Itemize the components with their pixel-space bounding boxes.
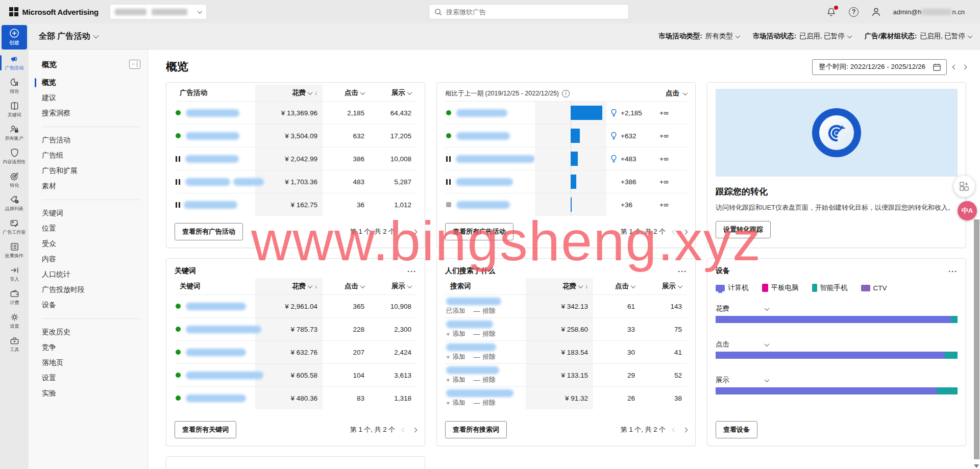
sidebar-item-locations[interactable]: 位置 [29,221,148,236]
column-header-impressions[interactable]: 展示 [640,278,687,294]
table-row[interactable]: +添加 —排除 ¥ 258.60 33 75 [445,317,687,340]
search-input[interactable] [446,8,623,16]
redacted-campaign-name[interactable] [186,132,239,140]
compare-metric-dropdown[interactable]: 点击 [666,89,687,98]
table-row[interactable]: ¥ 13,369.96 2,185 64,432 [175,101,416,124]
add-action[interactable]: +添加 [446,376,465,384]
sidebar-item-assets[interactable]: 素材 [29,179,148,194]
sidebar-item-experiments[interactable]: 实验 [29,386,148,401]
setup-conversion-tracking-button[interactable]: 设置转化跟踪 [716,221,771,238]
campaign-scope-dropdown[interactable]: 全部 广告活动 [39,31,98,42]
chevron-down-icon[interactable] [765,341,770,347]
table-row[interactable]: +添加 —排除 ¥ 133.15 29 52 [445,363,687,386]
column-header-impressions[interactable]: 展示 [370,278,416,294]
column-header-spend[interactable]: 花费↓ [526,278,593,294]
nav-keywords[interactable]: 关键词 [0,98,29,121]
sidebar-item-competition[interactable]: 竞争 [29,340,148,355]
previous-period-button[interactable] [952,64,958,69]
exclude-action[interactable]: —排除 [474,330,496,338]
column-header-search-term[interactable]: 搜索词 [445,278,526,294]
insight-bulb-icon[interactable] [606,132,621,140]
nav-billing[interactable]: 计费 [0,286,29,309]
more-options-icon[interactable]: ··· [407,267,416,276]
account-email[interactable]: admin@hn.cn [893,8,965,16]
next-period-button[interactable] [962,64,967,69]
paging-next-icon[interactable] [683,229,688,234]
extension-widget-button[interactable] [953,176,975,197]
collapse-panel-icon[interactable] [129,60,140,69]
add-action[interactable]: +添加 [446,353,465,361]
view-devices-button[interactable]: 查看设备 [716,421,757,438]
sidebar-item-ad-groups[interactable]: 广告组 [29,148,148,163]
column-header-clicks[interactable]: 点击 [323,85,370,101]
insight-bulb-icon[interactable] [606,155,621,163]
redacted-campaign-name[interactable] [456,201,510,209]
sidebar-item-devices[interactable]: 设备 [29,298,148,313]
redacted-campaign-name[interactable] [186,109,239,117]
create-button[interactable]: 创建 [2,25,27,50]
table-row[interactable]: +添加 —排除 ¥ 91.32 26 38 [445,386,687,409]
paging-next-icon[interactable] [412,229,418,234]
column-header-spend[interactable]: 花费↓ [255,85,323,101]
column-header-spend[interactable]: 花费↓ [255,278,323,294]
paging-next-icon[interactable] [412,427,418,432]
column-header-campaign[interactable]: 广告活动 [175,85,255,101]
redacted-campaign-name[interactable] [233,178,264,186]
exclude-action[interactable]: —排除 [474,307,496,315]
scrollbar-thumb[interactable] [974,219,979,459]
info-icon[interactable]: i [562,90,570,97]
compare-row[interactable]: +36 +∞ [445,193,687,216]
global-search[interactable] [429,4,629,19]
compare-row[interactable]: +483 +∞ [445,147,687,170]
scrollbar-down-arrow[interactable] [974,464,979,468]
table-row[interactable]: ¥ 2,042.99 386 10,008 [175,147,416,170]
nav-conversions[interactable]: 转化 [0,168,29,192]
date-range-picker[interactable]: 整个时间: 2022/12/26 - 2025/12/26 [812,59,947,75]
redacted-campaign-name[interactable] [456,178,513,186]
column-header-impressions[interactable]: 展示 [370,85,416,101]
redacted-keyword[interactable] [186,326,261,333]
more-options-icon[interactable]: ··· [678,267,687,276]
compare-row[interactable]: +2,185 +∞ [445,101,687,124]
paging-prev-icon[interactable] [402,229,407,234]
filter-campaign-status[interactable]: 市场活动状态: 已启用, 已暂停 [753,32,851,41]
chevron-down-icon[interactable] [765,306,770,311]
nav-all-accounts[interactable]: 所有账户 [0,121,29,145]
table-row[interactable]: 已添加 —排除 ¥ 342.13 61 143 [445,294,687,317]
table-row[interactable]: ¥ 3,504.09 632 17,205 [175,124,416,147]
paging-prev-icon[interactable] [402,427,407,432]
translate-widget-button[interactable]: 中A [958,201,977,220]
nav-bulk-operations[interactable]: 批量操作 [0,239,29,262]
view-all-keywords-button[interactable]: 查看所有关键词 [175,421,236,438]
nav-content-suitability[interactable]: 内容适用性 [0,145,29,168]
account-picker[interactable] [110,4,207,19]
redacted-campaign-name[interactable] [456,155,535,163]
column-header-keyword[interactable]: 关键词 [175,278,255,294]
insight-bulb-icon[interactable] [606,109,621,117]
redacted-keyword[interactable] [186,372,263,379]
redacted-keyword[interactable] [186,303,246,310]
sidebar-item-content[interactable]: 内容 [29,252,148,267]
sidebar-item-settings[interactable]: 设置 [29,371,148,386]
add-action[interactable]: +添加 [446,399,465,407]
redacted-campaign-name[interactable] [185,178,230,186]
column-header-clicks[interactable]: 点击 [593,278,640,294]
exclude-action[interactable]: —排除 [474,399,496,407]
sidebar-item-ads-extensions[interactable]: 广告和扩展 [29,163,148,179]
sidebar-item-demographics[interactable]: 人口统计 [29,267,148,282]
redacted-campaign-name[interactable] [185,155,239,163]
nav-campaigns[interactable]: 广告活动 [0,51,29,75]
sidebar-item-audiences[interactable]: 受众 [29,236,148,252]
exclude-action[interactable]: —排除 [474,353,496,361]
redacted-campaign-name[interactable] [184,201,237,209]
nav-brand-lists[interactable]: 品牌列表 [0,192,29,215]
paging-prev-icon[interactable] [672,427,677,432]
sidebar-item-campaigns[interactable]: 广告活动 [29,133,148,148]
notifications-button[interactable] [826,6,837,17]
column-header-clicks[interactable]: 点击 [323,278,370,294]
sidebar-item-keywords[interactable]: 关键词 [29,206,148,221]
paging-next-icon[interactable] [683,427,688,432]
view-all-campaigns-button[interactable]: 查看所有广告活动 [175,223,243,240]
paging-prev-icon[interactable] [672,229,677,234]
nav-tools[interactable]: 工具 [0,333,29,356]
